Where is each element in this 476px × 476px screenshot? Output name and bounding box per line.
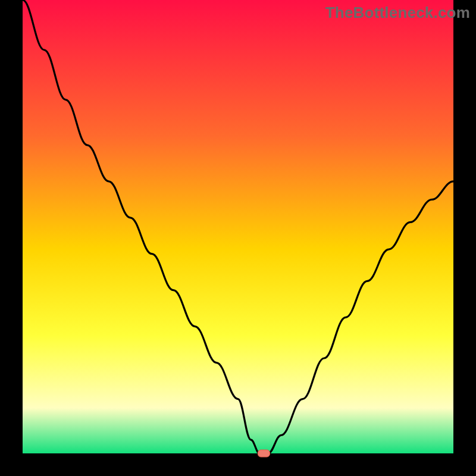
bottleneck-chart (0, 0, 476, 476)
min-marker (258, 450, 270, 457)
chart-container: TheBottleneck.com (0, 0, 476, 476)
plot-background (23, 0, 453, 453)
watermark-label: TheBottleneck.com (325, 4, 470, 22)
